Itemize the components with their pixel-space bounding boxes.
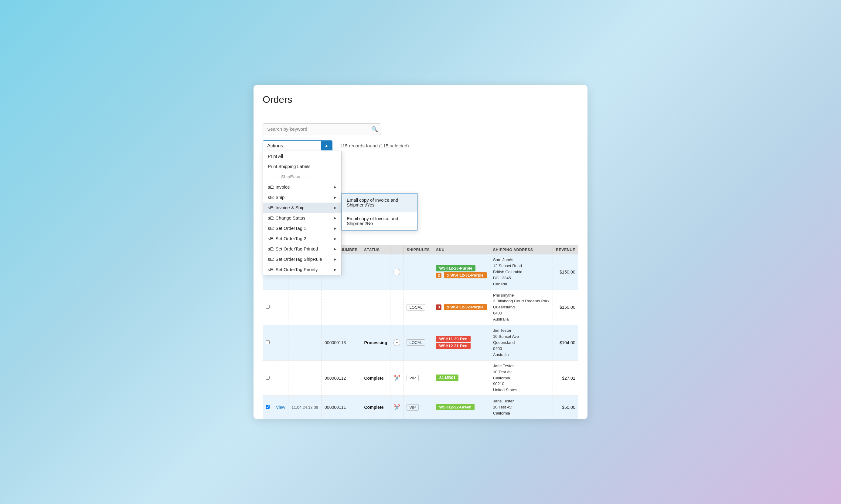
chevron-right-icon: ▶ <box>334 247 337 251</box>
toolbar-wrapper: Actions ▲ 115 records found (115 selecte… <box>263 140 578 151</box>
dropdown-item-print-labels[interactable]: Print Shipping Labels <box>263 161 341 172</box>
col-print <box>391 245 404 254</box>
col-sku: SKU <box>433 245 490 254</box>
row-checkbox[interactable] <box>263 325 273 361</box>
sku-tag: x WSH12-31-Purple <box>444 272 486 278</box>
shiprule-badge: LOCAL <box>407 304 425 310</box>
row-status: Complete <box>361 396 391 419</box>
row-checkbox[interactable] <box>263 290 273 325</box>
row-print: ✂️ <box>391 360 404 396</box>
row-sku: WSH11-29-Red WSH12-31-Red <box>433 325 490 361</box>
col-shiprules: SHIPRULES <box>404 245 433 254</box>
row-date <box>288 290 322 325</box>
row-shiprule: LOCAL <box>404 325 433 361</box>
row-shiprule: LOCAL <box>404 290 433 325</box>
print-icon: ✂️ <box>394 375 400 381</box>
chevron-right-icon: ▶ <box>334 257 337 262</box>
shiprule-badge: VIP <box>407 375 418 381</box>
actions-label: Actions <box>263 141 321 151</box>
view-link[interactable]: View <box>276 405 285 410</box>
row-plus <box>391 290 404 325</box>
row-revenue: $27.01 <box>553 360 578 396</box>
submenu-item-invoice-no[interactable]: Email copy of Invoice and Shipment/No <box>342 212 417 230</box>
shiprule-badge: LOCAL <box>407 339 425 346</box>
row-view <box>273 325 288 361</box>
row-revenue: $50.00 <box>553 396 578 419</box>
plus-icon[interactable]: + <box>394 339 400 346</box>
row-order-number: 000000111 <box>321 396 361 419</box>
search-input-wrap: 🔍 <box>263 123 381 135</box>
row-status: Complete <box>361 360 391 396</box>
actions-button[interactable]: Actions ▲ <box>263 140 332 151</box>
actions-arrow-icon: ▲ <box>321 141 332 150</box>
sku-tag: 24-MB01 <box>436 375 459 381</box>
row-date <box>288 325 322 361</box>
row-sku: WSH12-32-Green <box>433 396 490 419</box>
dropdown-item-se-ship[interactable]: sE: Ship ▶ <box>263 192 341 202</box>
row-plus[interactable]: + <box>391 325 404 361</box>
plus-icon[interactable]: + <box>394 269 400 275</box>
shiprule-badge: VIP <box>407 404 418 411</box>
sku-tag: WSH11-29-Red <box>436 336 470 342</box>
row-sku: WSH12-28-Purple 2 x WSH12-31-Purple <box>433 254 490 290</box>
chevron-right-icon: ▶ <box>334 195 337 200</box>
row-date: 11.04.24 13:08 <box>288 396 322 419</box>
search-bar: 🔍 <box>263 123 578 135</box>
row-checkbox[interactable] <box>263 360 273 396</box>
col-shipping-address: SHIPPING ADDRESS <box>490 245 553 254</box>
dropdown-separator: -------- ShipEasy -------- <box>263 172 341 182</box>
col-revenue: REVENUE <box>553 245 578 254</box>
search-icon: 🔍 <box>371 126 378 132</box>
sku-tag: x WSH12-32-Purple <box>444 304 486 310</box>
dropdown-item-se-invoice-ship[interactable]: sE: Invoice & Ship ▶ <box>263 202 341 213</box>
dropdown-item-se-ordertag2[interactable]: sE: Set OrderTag.2 ▶ <box>263 234 341 244</box>
chevron-right-icon: ▶ <box>334 205 337 210</box>
sku-tag: WSH12-28-Purple <box>436 265 475 271</box>
submenu: Email copy of Invoice and Shipment/Yes E… <box>342 193 417 231</box>
chevron-right-icon: ▶ <box>334 226 337 231</box>
chevron-right-icon: ▶ <box>334 268 337 272</box>
main-panel: Orders 🔍 Actions ▲ 115 records found (11… <box>254 85 587 419</box>
search-input[interactable] <box>263 123 381 135</box>
row-order-number: 000000112 <box>321 360 361 396</box>
row-shiprule: VIP <box>404 396 433 419</box>
sku-tag: WSH12-31-Red <box>436 343 470 349</box>
dropdown-item-se-ordertag-shiprule[interactable]: sE: Set OrderTag.ShipRule ▶ <box>263 254 341 265</box>
row-checkbox[interactable] <box>263 396 273 419</box>
row-revenue: $150.00 <box>553 254 578 290</box>
page-title: Orders <box>263 94 578 105</box>
table-row: LOCAL 3 x WSH12-32-Purple Phil smythe3 B… <box>263 290 578 325</box>
row-revenue: $104.00 <box>553 325 578 361</box>
row-view[interactable]: View <box>273 396 288 419</box>
dropdown-item-se-invoice[interactable]: sE: Invoice ▶ <box>263 182 341 192</box>
dropdown-item-se-change-status[interactable]: sE: Change Status ▶ <box>263 213 341 223</box>
records-info: 115 records found (115 selected) <box>340 143 409 149</box>
submenu-item-invoice-yes[interactable]: Email copy of Invoice and Shipment/Yes <box>342 194 417 212</box>
row-address: Phil smythe3 Billabong Court Regents Par… <box>490 290 553 325</box>
chevron-right-icon: ▶ <box>334 216 337 220</box>
row-address: Jim Tester10 Sunset AveQueensland0400Aus… <box>490 325 553 361</box>
dropdown-item-se-ordertag-printed[interactable]: sE: Set OrderTag.Printed ▶ <box>263 244 341 254</box>
row-address: Jane Tester10 Test Av.California90210Uni… <box>490 360 553 396</box>
row-order-number: 000000113 <box>321 325 361 361</box>
sku-qty-badge: 3 <box>436 304 442 310</box>
dropdown-menu: Print All Print Shipping Labels --------… <box>263 151 342 275</box>
dropdown-item-print-all[interactable]: Print All <box>263 151 341 161</box>
sku-tag: WSH12-32-Green <box>436 404 474 410</box>
row-status: Processing <box>361 325 391 361</box>
row-sku: 24-MB01 <box>433 360 490 396</box>
chevron-right-icon: ▶ <box>334 185 337 189</box>
row-plus[interactable]: + <box>391 254 404 290</box>
dropdown-item-se-ordertag1[interactable]: sE: Set OrderTag.1 ▶ <box>263 223 341 234</box>
sku-qty-badge: 2 <box>436 273 442 278</box>
row-shiprule <box>404 254 433 290</box>
table-row: 000000113 Processing + LOCAL WSH11-29-Re… <box>263 325 578 361</box>
row-status <box>361 290 391 325</box>
row-status <box>361 254 391 290</box>
col-status: STATUS <box>361 245 391 254</box>
row-address: Jane Tester10 Test Av.California <box>490 396 553 419</box>
dropdown-item-se-ordertag-priority[interactable]: sE: Set OrderTag.Priority ▶ <box>263 265 341 275</box>
row-date <box>288 360 322 396</box>
row-address: Sam Jonés12 Sunset RoadBritish ColumbiaB… <box>490 254 553 290</box>
row-revenue: $150.00 <box>553 290 578 325</box>
